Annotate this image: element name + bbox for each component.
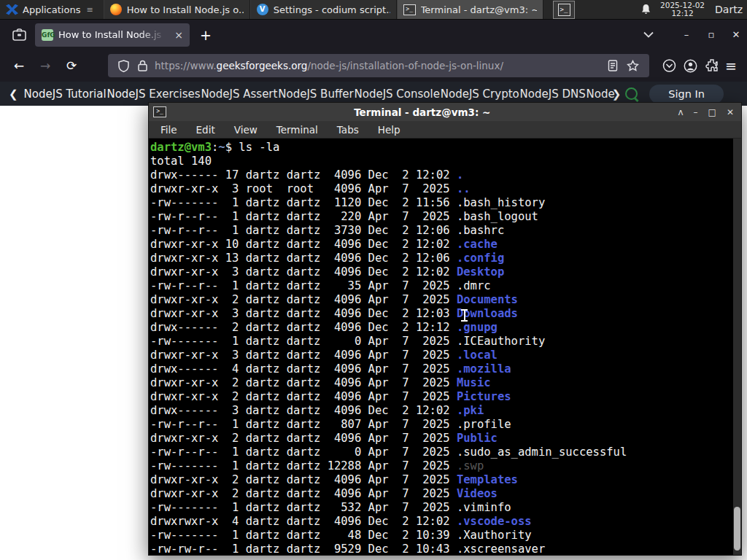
gfg-nav-item[interactable]: Node (587, 88, 615, 101)
terminal-title: Terminal - dartz@vm3: ~ (166, 106, 678, 118)
terminal-total-line: total 140 (150, 155, 731, 168)
tab-close-icon[interactable]: × (172, 29, 185, 41)
menu-hamburger-icon[interactable]: ≡ (725, 58, 737, 74)
distro-logo-icon (6, 4, 18, 15)
window-button-codium[interactable]: V Settings - codium script... (250, 0, 397, 19)
terminal-row: -rw------- 1 dartz dartz 532 Apr 7 2025 … (150, 501, 731, 515)
gfg-nav-item[interactable]: NodeJS Assert (201, 88, 277, 101)
terminal-titlebar[interactable]: >_ Terminal - dartz@vm3: ~ ᴧ – □ ✕ (149, 103, 741, 121)
gfg-nav-item[interactable]: NodeJS Console (354, 88, 439, 101)
terminal-row: -rw-rw-r-- 1 dartz dartz 9529 Dec 2 10:4… (150, 542, 731, 555)
account-icon[interactable] (684, 59, 697, 73)
firefox-view-icon[interactable] (9, 26, 29, 44)
terminal-row: drwxr-xr-x 2 dartz dartz 4096 Apr 7 2025… (150, 432, 731, 446)
bookmark-star-icon[interactable] (627, 60, 639, 71)
browser-tab-active[interactable]: GfG How to Install Node.js on × (35, 23, 190, 47)
browser-minimize-button[interactable]: – (676, 20, 697, 50)
terminal-shade-button[interactable]: ᴧ (678, 107, 683, 117)
window-button-title: How to Install Node.js o... (127, 4, 244, 15)
back-button[interactable]: ← (7, 55, 31, 77)
window-button-title: Settings - codium script... (274, 4, 390, 15)
terminal-row: -rw------- 1 dartz dartz 1120 Dec 2 11:5… (150, 196, 731, 210)
window-button-terminal[interactable]: >_ Terminal - dartz@vm3: ~ (397, 0, 543, 19)
applications-menu-button[interactable]: Applications ≡ (0, 0, 99, 19)
menu-tabs[interactable]: Tabs (337, 124, 359, 136)
terminal-maximize-button[interactable]: □ (708, 107, 716, 117)
terminal-row: drwxr-xr-x 2 dartz dartz 4096 Apr 7 2025… (150, 376, 731, 390)
terminal-row: drwxr-xr-x 3 dartz dartz 4096 Dec 2 12:0… (150, 307, 731, 321)
terminal-scrollbar-thumb[interactable] (734, 507, 740, 551)
terminal-row: -rw-r--r-- 1 dartz dartz 220 Apr 7 2025 … (150, 210, 731, 224)
terminal-row: -rw------- 1 dartz dartz 48 Dec 2 10:39 … (150, 529, 731, 542)
terminal-row: drwxr-xr-x 3 dartz dartz 4096 Apr 7 2025… (150, 349, 731, 362)
terminal-content[interactable]: dartz@vm3:~$ ls -la total 140 drwx------… (149, 139, 741, 555)
pocket-icon[interactable] (662, 59, 676, 72)
forward-button[interactable]: → (34, 55, 57, 77)
terminal-row: drwxr-xr-x 2 dartz dartz 4096 Apr 7 2025… (150, 473, 731, 487)
tray-terminal-launcher[interactable]: >_ (553, 1, 575, 19)
terminal-output-rows: drwx------ 17 dartz dartz 4096 Dec 2 12:… (150, 168, 731, 555)
terminal-row: -rw-r--r-- 1 dartz dartz 807 Apr 7 2025 … (150, 418, 731, 432)
panel-clock[interactable]: 2025-12-02 12:12 (660, 1, 705, 18)
reload-button[interactable]: ⟳ (60, 55, 83, 77)
panel-user-menu[interactable]: Dartz (715, 4, 743, 15)
notification-bell-icon[interactable] (640, 4, 651, 15)
terminal-row: -rw-r--r-- 1 dartz dartz 3730 Dec 2 12:0… (150, 224, 731, 238)
reader-mode-icon[interactable] (608, 60, 618, 71)
url-bar[interactable]: https://www.geeksforgeeks.org/node-js/in… (108, 54, 649, 77)
window-button-title: Terminal - dartz@vm3: ~ (421, 4, 537, 15)
tab-title: How to Install Node.js on (58, 29, 167, 40)
lock-icon[interactable] (138, 60, 147, 71)
browser-maximize-button[interactable]: ▫ (700, 20, 722, 50)
terminal-icon: >_ (403, 4, 416, 15)
menu-edit[interactable]: Edit (196, 124, 215, 136)
menu-lines-icon: ≡ (86, 5, 93, 15)
terminal-row: drwxr-xr-x 10 dartz dartz 4096 Dec 2 12:… (150, 238, 731, 252)
geeksforgeeks-favicon: GfG (42, 29, 53, 41)
tracking-shield-icon[interactable] (118, 60, 129, 72)
subnav-scroll-left-icon[interactable]: ❮ (9, 88, 18, 101)
terminal-row: -rw-r--r-- 1 dartz dartz 0 Apr 7 2025 .s… (150, 446, 731, 459)
terminal-row: drwxr-xr-x 13 dartz dartz 4096 Dec 2 12:… (150, 252, 731, 265)
terminal-row: drwx------ 4 dartz dartz 4096 Apr 7 2025… (150, 362, 731, 376)
terminal-row: drwxr-xr-x 2 dartz dartz 4096 Apr 7 2025… (150, 487, 731, 501)
menu-help[interactable]: Help (378, 124, 400, 136)
gfg-nav-item[interactable]: NodeJS Tutorial (24, 88, 107, 101)
terminal-row: drwx------ 2 dartz dartz 4096 Dec 2 12:1… (150, 321, 731, 335)
extensions-puzzle-icon[interactable] (705, 59, 718, 72)
terminal-menubar: File Edit View Terminal Tabs Help (149, 121, 741, 139)
new-tab-button[interactable]: + (200, 27, 212, 43)
terminal-close-button[interactable]: ✕ (727, 107, 734, 117)
terminal-scrollbar[interactable] (733, 139, 741, 555)
search-icon[interactable] (625, 88, 638, 100)
browser-close-button[interactable]: ✕ (725, 20, 747, 50)
terminal-icon: >_ (558, 4, 570, 16)
terminal-minimize-button[interactable]: – (694, 107, 698, 117)
terminal-row: -rw-r--r-- 1 dartz dartz 35 Apr 7 2025 .… (150, 279, 731, 293)
list-all-tabs-chevron-icon[interactable] (643, 31, 654, 38)
terminal-row: drwxr-xr-x 2 dartz dartz 4096 Apr 7 2025… (150, 293, 731, 307)
window-button-firefox[interactable]: How to Install Node.js o... (104, 0, 250, 19)
gfg-nav-item[interactable]: NodeJS DNS (520, 88, 586, 101)
browser-toolbar: ← → ⟳ https://www.geeksforgeeks.org/node… (0, 50, 747, 82)
terminal-row: drwxr-xr-x 3 root root 4096 Apr 7 2025 .… (150, 182, 731, 196)
terminal-row: drwx------ 3 dartz dartz 4096 Dec 2 12:0… (150, 404, 731, 418)
sign-in-button[interactable]: Sign In (649, 85, 724, 104)
terminal-row: drwxr-xr-x 2 dartz dartz 4096 Apr 7 2025… (150, 390, 731, 404)
gfg-nav-item[interactable]: NodeJS Exercises (107, 88, 200, 101)
menu-view[interactable]: View (234, 124, 258, 136)
window-button-list: How to Install Node.js o... V Settings -… (104, 0, 543, 19)
applications-label: Applications (23, 4, 80, 15)
terminal-window: >_ Terminal - dartz@vm3: ~ ᴧ – □ ✕ File … (148, 102, 742, 556)
terminal-prompt-line: dartz@vm3:~$ ls -la (150, 141, 731, 155)
subnav-scroll-right-icon[interactable]: ❯ (612, 88, 622, 101)
url-text[interactable]: https://www.geeksforgeeks.org/node-js/in… (155, 60, 603, 71)
menu-terminal[interactable]: Terminal (276, 124, 318, 136)
gfg-nav-item[interactable]: NodeJS Crypto (441, 88, 519, 101)
vscodium-icon: V (257, 4, 268, 15)
menu-file[interactable]: File (160, 124, 177, 136)
gfg-nav-item[interactable]: NodeJS Buffer (278, 88, 353, 101)
terminal-row: -rw------- 1 dartz dartz 0 Apr 7 2025 .I… (150, 335, 731, 349)
terminal-row: -rw------- 1 dartz dartz 12288 Apr 7 202… (150, 459, 731, 473)
terminal-row: drwx------ 17 dartz dartz 4096 Dec 2 12:… (150, 168, 731, 182)
